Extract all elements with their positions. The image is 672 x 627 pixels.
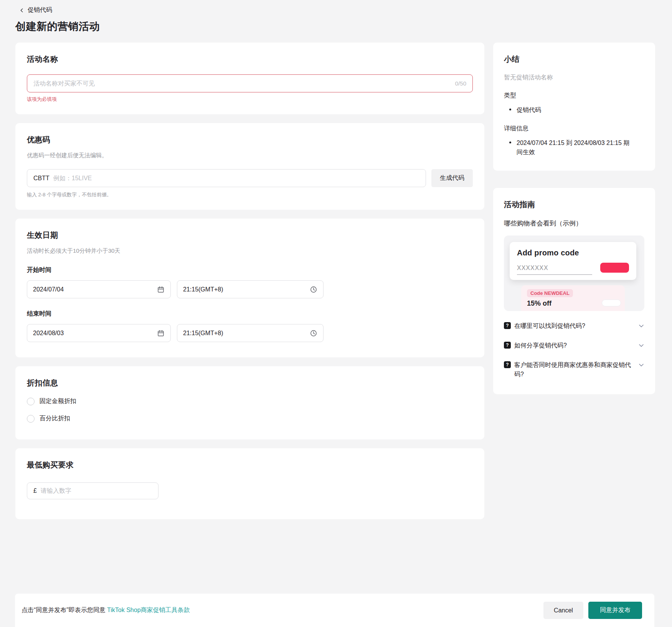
effective-date-card: 生效日期 活动时长必须大于10分钟并小于30天 开始时间 2024/07/04 … <box>15 219 484 357</box>
summary-card: 小结 暂无促销活动名称 类型 促销代码 详细信息 2024/07/04 21:1… <box>493 43 655 171</box>
summary-type-label: 类型 <box>504 92 644 100</box>
start-date-picker[interactable]: 2024/07/04 <box>27 280 171 298</box>
start-time-label: 开始时间 <box>27 266 473 274</box>
question-icon: ? <box>504 322 511 329</box>
min-purchase-title: 最低购买要求 <box>27 460 473 470</box>
end-time-picker[interactable]: 21:15(GMT+8) <box>177 324 324 342</box>
coupon-code-field[interactable]: CBTT <box>27 169 426 187</box>
footer-action-bar: 点击“同意并发布”即表示您同意 TikTok Shop商家促销工具条款 Canc… <box>15 594 654 627</box>
summary-type-item: 促销代码 <box>504 105 644 115</box>
agreement-text: 点击“同意并发布”即表示您同意 TikTok Shop商家促销工具条款 <box>21 606 190 614</box>
discount-info-card: 折扣信息 固定金额折扣 百分比折扣 <box>15 366 484 439</box>
radio-label[interactable]: 固定金额折扣 <box>40 397 76 405</box>
effective-date-subtitle: 活动时长必须大于10分钟并小于30天 <box>27 247 473 255</box>
radio-icon[interactable] <box>27 415 35 423</box>
required-error-text: 该项为必填项 <box>27 96 473 103</box>
coupon-code-title: 优惠码 <box>27 135 473 145</box>
radio-percentage-discount[interactable]: 百分比折扣 <box>27 415 473 423</box>
guide-subtitle: 哪些购物者会看到（示例） <box>504 219 644 228</box>
summary-title: 小结 <box>504 54 644 64</box>
campaign-name-card: 活动名称 0/50 该项为必填项 <box>15 43 484 114</box>
question-icon: ? <box>504 342 511 349</box>
discount-info-title: 折扣信息 <box>27 378 473 388</box>
preview-coupon-code: Code NEWDEAL <box>527 289 573 297</box>
faq-question[interactable]: 在哪里可以找到促销代码? <box>514 321 636 331</box>
breadcrumb[interactable]: 促销代码 <box>19 6 672 14</box>
chevron-down-icon[interactable] <box>638 342 644 349</box>
chevron-down-icon[interactable] <box>638 362 644 368</box>
clock-icon <box>310 286 317 293</box>
faq-question[interactable]: 如何分享促销代码? <box>514 341 636 350</box>
effective-date-title: 生效日期 <box>27 230 473 240</box>
preview-coupon-card: Code NEWDEAL 15% off <box>521 285 625 311</box>
summary-detail-value: 2024/07/04 21:15 到 2024/08/03 21:15 期间生效 <box>517 138 632 157</box>
campaign-guide-title: 活动指南 <box>504 199 644 210</box>
preview-promo-card: Add promo code XXXXXXX <box>510 242 636 280</box>
min-purchase-card: 最低购买要求 £ <box>15 448 484 519</box>
campaign-name-input[interactable] <box>33 80 451 87</box>
coupon-code-card: 优惠码 优惠码一经创建后便无法编辑。 CBTT 生成代码 输入 2-8 个字母或… <box>15 123 484 210</box>
campaign-name-title: 活动名称 <box>27 54 473 64</box>
radio-label[interactable]: 百分比折扣 <box>40 415 70 423</box>
faq-question[interactable]: 客户能否同时使用商家优惠券和商家促销代码? <box>514 360 636 379</box>
end-date-picker[interactable]: 2024/08/03 <box>27 324 171 342</box>
preview-heading: Add promo code <box>517 248 629 257</box>
summary-detail-label: 详细信息 <box>504 125 644 133</box>
coupon-code-hint: 输入 2-8 个字母或数字，不包括前缀。 <box>27 191 473 198</box>
start-time-picker[interactable]: 21:15(GMT+8) <box>177 280 324 298</box>
shopper-preview-image: Add promo code XXXXXXX Code NEWDEAL 15% … <box>504 235 644 311</box>
min-purchase-input[interactable] <box>41 487 152 494</box>
faq-item-stack-with-coupons[interactable]: ? 客户能否同时使用商家优惠券和商家促销代码? <box>504 360 644 379</box>
calendar-icon <box>157 286 165 293</box>
faq-item-how-to-share[interactable]: ? 如何分享促销代码? <box>504 341 644 350</box>
page-title: 创建新的营销活动 <box>15 20 672 33</box>
min-purchase-field[interactable]: £ <box>27 482 159 499</box>
preview-coupon-button <box>602 300 621 306</box>
preview-apply-button <box>600 263 629 273</box>
summary-empty-name: 暂无促销活动名称 <box>504 74 644 82</box>
breadcrumb-label[interactable]: 促销代码 <box>28 6 52 14</box>
currency-symbol: £ <box>33 487 37 494</box>
end-date-value: 2024/08/03 <box>33 330 64 337</box>
question-icon: ? <box>504 361 511 368</box>
char-counter: 0/50 <box>455 80 466 87</box>
coupon-code-subtitle: 优惠码一经创建后便无法编辑。 <box>27 152 473 159</box>
bullet-dot <box>509 142 511 143</box>
summary-detail-item: 2024/07/04 21:15 到 2024/08/03 21:15 期间生效 <box>504 138 644 157</box>
clock-icon <box>310 329 317 337</box>
coupon-prefix: CBTT <box>33 175 50 182</box>
campaign-name-field[interactable]: 0/50 <box>27 74 473 92</box>
terms-link[interactable]: TikTok Shop商家促销工具条款 <box>107 607 190 613</box>
cancel-button[interactable]: Cancel <box>543 602 583 619</box>
calendar-icon <box>157 329 165 337</box>
preview-code-input: XXXXXXX <box>517 265 592 275</box>
bullet-dot <box>509 109 511 110</box>
start-time-value: 21:15(GMT+8) <box>183 286 223 293</box>
back-chevron-icon <box>19 8 25 13</box>
coupon-code-input[interactable] <box>53 175 419 182</box>
chevron-down-icon[interactable] <box>638 323 644 329</box>
page-header: 促销代码 创建新的营销活动 <box>0 0 672 33</box>
end-time-value: 21:15(GMT+8) <box>183 330 223 337</box>
radio-fixed-amount-discount[interactable]: 固定金额折扣 <box>27 397 473 405</box>
generate-code-button[interactable]: 生成代码 <box>431 169 473 187</box>
faq-item-where-to-find[interactable]: ? 在哪里可以找到促销代码? <box>504 321 644 331</box>
radio-icon[interactable] <box>27 398 35 405</box>
summary-type-value: 促销代码 <box>517 105 541 115</box>
agree-and-publish-button[interactable]: 同意并发布 <box>588 602 642 619</box>
agreement-prefix: 点击“同意并发布”即表示您同意 <box>21 607 107 613</box>
end-time-label: 结束时间 <box>27 310 473 318</box>
campaign-guide-card: 活动指南 哪些购物者会看到（示例） Add promo code XXXXXXX… <box>493 188 655 394</box>
start-date-value: 2024/07/04 <box>33 286 64 293</box>
